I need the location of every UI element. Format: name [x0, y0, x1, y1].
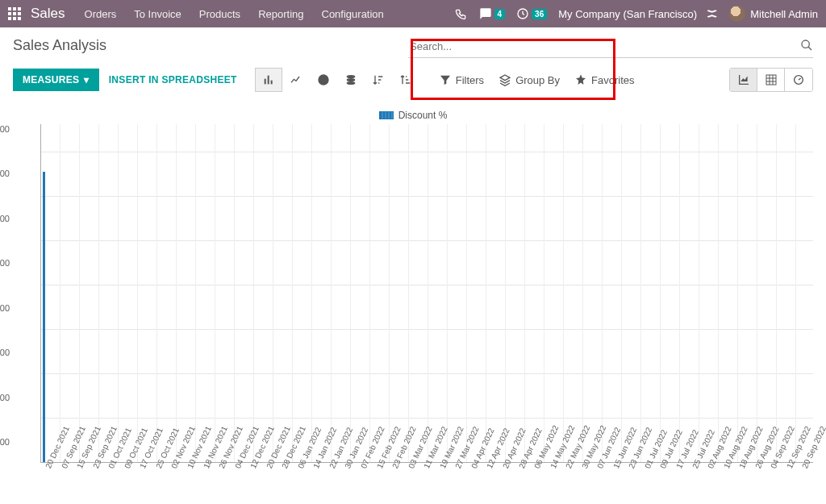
sort-desc-button[interactable]: [365, 68, 392, 92]
line-chart-button[interactable]: [282, 68, 310, 92]
svg-point-1: [802, 40, 809, 48]
svg-rect-3: [267, 76, 269, 85]
search-icon[interactable]: [800, 39, 813, 54]
svg-rect-2: [264, 79, 265, 85]
page-title: Sales Analysis: [13, 35, 408, 54]
pie-chart-button[interactable]: [310, 68, 337, 92]
legend-label: Discount %: [398, 110, 448, 121]
phone-icon[interactable]: [455, 7, 468, 20]
groupby-label: Group By: [515, 74, 560, 86]
graph-view-button[interactable]: [730, 69, 757, 91]
company-switcher[interactable]: My Company (San Francisco): [558, 8, 697, 20]
activities-icon[interactable]: 36: [516, 7, 547, 20]
view-switcher: [729, 68, 813, 92]
activities-badge: 36: [532, 9, 547, 19]
nav-to-invoice[interactable]: To Invoice: [134, 8, 181, 20]
groupby-button[interactable]: Group By: [499, 73, 560, 86]
svg-rect-4: [270, 81, 272, 85]
top-nav: Sales Orders To Invoice Products Reporti…: [0, 0, 826, 27]
control-panel: Sales Analysis MEASURES ▾ INSERT IN SPRE…: [0, 27, 826, 92]
layers-icon: [499, 73, 511, 86]
filters-button[interactable]: Filters: [439, 73, 484, 86]
debug-icon[interactable]: [705, 7, 718, 20]
svg-point-5: [346, 75, 355, 78]
messages-icon[interactable]: 4: [479, 7, 506, 20]
stacked-button[interactable]: [337, 68, 365, 92]
svg-point-6: [346, 78, 355, 81]
search-input[interactable]: [408, 35, 813, 58]
chart-type-group: [255, 68, 419, 92]
legend-swatch: [379, 111, 394, 119]
star-icon: [574, 73, 587, 86]
sort-asc-button[interactable]: [392, 68, 419, 92]
insert-spreadsheet-button[interactable]: INSERT IN SPREADSHEET: [99, 69, 247, 91]
measures-button[interactable]: MEASURES ▾: [13, 69, 99, 91]
nav-configuration[interactable]: Configuration: [322, 8, 384, 20]
apps-icon[interactable]: [8, 7, 21, 20]
nav-reporting[interactable]: Reporting: [258, 8, 303, 20]
user-menu[interactable]: Mitchell Admin: [750, 8, 818, 20]
svg-rect-8: [766, 75, 776, 85]
favorites-label: Favorites: [591, 74, 634, 86]
avatar[interactable]: [729, 6, 745, 22]
pivot-view-button[interactable]: [757, 69, 785, 91]
chart-area: Discount % 0.0020.0040.0060.0080.00100.0…: [5, 106, 821, 504]
favorites-button[interactable]: Favorites: [574, 73, 634, 86]
chart-legend: Discount %: [5, 106, 821, 124]
nav-products[interactable]: Products: [199, 8, 240, 20]
app-brand[interactable]: Sales: [31, 6, 65, 22]
measures-label: MEASURES: [23, 74, 79, 85]
filters-label: Filters: [456, 74, 484, 86]
caret-down-icon: ▾: [84, 74, 89, 85]
x-axis-labels: 20 Dec 202107 Sep 202115 Sep 202123 Sep …: [40, 463, 813, 504]
chart-plot[interactable]: [40, 124, 813, 463]
svg-point-7: [346, 81, 355, 85]
bar-chart-button[interactable]: [255, 68, 282, 92]
dashboard-view-button[interactable]: [785, 69, 812, 91]
nav-orders[interactable]: Orders: [85, 8, 117, 20]
chart-bar[interactable]: [43, 172, 45, 462]
messages-badge: 4: [494, 9, 506, 19]
filter-icon: [439, 73, 452, 86]
